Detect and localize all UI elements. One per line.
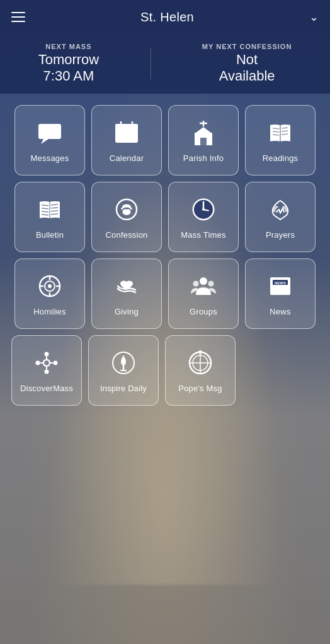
svg-rect-7 <box>125 133 128 136</box>
calendar-label: Calendar <box>110 153 144 163</box>
inspire-daily-icon <box>108 347 139 379</box>
svg-point-47 <box>208 281 214 287</box>
grid-item-groups[interactable]: Groups <box>168 258 239 329</box>
svg-line-18 <box>273 131 279 132</box>
svg-point-46 <box>193 281 199 287</box>
svg-line-22 <box>282 134 288 135</box>
mass-times-label: Mass Times <box>181 230 225 240</box>
svg-rect-3 <box>115 124 138 130</box>
groups-label: Groups <box>190 307 217 316</box>
next-confession-value: Not Available <box>202 52 292 85</box>
news-icon: NEWS <box>265 270 296 302</box>
next-mass-value: Tomorrow 7:30 AM <box>38 52 100 85</box>
grid-item-popes-msg[interactable]: Pope's Msg <box>165 335 236 406</box>
popes-msg-icon <box>185 347 216 379</box>
grid-item-calendar[interactable]: Calendar <box>91 105 162 175</box>
groups-icon <box>188 270 219 302</box>
mass-times-icon <box>188 194 219 225</box>
grid-item-messages[interactable]: Messages <box>14 105 85 175</box>
confession-icon <box>111 194 142 225</box>
grid-row-4: DiscoverMass Inspire Daily <box>11 335 319 406</box>
messages-icon <box>34 117 65 148</box>
svg-marker-13 <box>196 127 211 133</box>
svg-point-56 <box>45 370 49 374</box>
hamburger-menu[interactable] <box>11 12 25 22</box>
grid-item-giving[interactable]: Giving <box>91 258 162 329</box>
readings-label: Readings <box>263 153 299 163</box>
svg-point-58 <box>54 361 58 365</box>
grid-item-mass-times[interactable]: Mass Times <box>168 182 239 252</box>
grid-row-2: Bulletin Confession <box>11 182 319 252</box>
svg-line-30 <box>51 211 58 211</box>
grid-item-bulletin[interactable]: Bulletin <box>14 182 85 252</box>
svg-line-28 <box>51 204 58 205</box>
next-mass-info[interactable]: NEXT MASS Tomorrow 7:30 AM <box>38 43 100 85</box>
svg-line-25 <box>42 208 48 209</box>
svg-line-17 <box>273 128 279 129</box>
parish-info-label: Parish Info <box>183 153 224 163</box>
inspire-daily-label: Inspire Daily <box>100 384 147 393</box>
bulletin-label: Bulletin <box>36 230 64 240</box>
svg-line-29 <box>51 208 58 208</box>
giving-label: Giving <box>115 307 139 316</box>
grid-item-prayers[interactable]: Prayers <box>245 182 316 252</box>
grid-item-confession[interactable]: Confession <box>91 182 162 252</box>
prayers-icon <box>265 194 296 225</box>
grid-item-inspire-daily[interactable]: Inspire Daily <box>88 335 159 406</box>
svg-point-55 <box>45 352 49 357</box>
parish-info-icon <box>188 117 219 148</box>
app-wrapper: St. Helen ⌄ NEXT MASS Tomorrow 7:30 AM M… <box>0 0 330 644</box>
next-confession-info[interactable]: MY NEXT CONFESSION Not Available <box>202 43 292 85</box>
svg-rect-9 <box>118 138 122 140</box>
discovermass-label: DiscoverMass <box>20 384 73 393</box>
giving-icon <box>111 270 142 302</box>
svg-point-40 <box>48 284 52 288</box>
svg-marker-1 <box>41 139 48 144</box>
app-header: St. Helen ⌄ <box>0 0 330 34</box>
prayers-label: Prayers <box>266 230 295 240</box>
svg-line-26 <box>42 211 48 212</box>
app-title: St. Helen <box>140 10 194 25</box>
grid-item-parish-info[interactable]: Parish Info <box>168 105 239 175</box>
svg-line-27 <box>42 214 48 215</box>
homilies-icon <box>34 270 65 302</box>
svg-line-24 <box>42 205 48 206</box>
readings-icon <box>265 117 296 148</box>
grid-item-homilies[interactable]: Homilies <box>14 258 85 329</box>
grid-row-1: Messages <box>11 105 319 175</box>
svg-line-31 <box>51 214 58 214</box>
svg-line-21 <box>282 131 288 131</box>
grid-item-news[interactable]: NEWS News <box>245 258 316 329</box>
confession-label: Confession <box>105 230 147 240</box>
svg-line-19 <box>273 135 279 135</box>
svg-point-57 <box>36 361 40 365</box>
next-confession-label: MY NEXT CONFESSION <box>202 43 292 50</box>
grid-row-3: Homilies Giving <box>11 258 319 329</box>
svg-rect-8 <box>131 133 135 136</box>
svg-rect-6 <box>118 133 122 136</box>
svg-rect-15 <box>200 138 207 145</box>
svg-line-20 <box>282 128 288 128</box>
bulletin-icon <box>34 194 65 225</box>
icon-grid: Messages <box>0 94 330 418</box>
homilies-label: Homilies <box>33 307 65 316</box>
discovermass-icon <box>31 347 62 379</box>
mass-info-bar: NEXT MASS Tomorrow 7:30 AM MY NEXT CONFE… <box>0 34 330 94</box>
svg-rect-0 <box>38 124 61 139</box>
content: St. Helen ⌄ NEXT MASS Tomorrow 7:30 AM M… <box>0 0 330 418</box>
svg-point-54 <box>43 360 50 366</box>
next-mass-label: NEXT MASS <box>38 43 100 50</box>
grid-item-discovermass[interactable]: DiscoverMass <box>11 335 82 406</box>
chevron-down-icon[interactable]: ⌄ <box>309 10 319 24</box>
grid-item-readings[interactable]: Readings <box>245 105 316 175</box>
svg-rect-10 <box>125 138 128 140</box>
news-label: News <box>270 307 290 316</box>
svg-point-45 <box>200 277 207 285</box>
svg-text:NEWS: NEWS <box>275 281 286 285</box>
popes-msg-label: Pope's Msg <box>178 384 222 393</box>
mass-divider <box>151 48 151 79</box>
calendar-icon <box>111 117 142 148</box>
messages-label: Messages <box>31 153 69 163</box>
